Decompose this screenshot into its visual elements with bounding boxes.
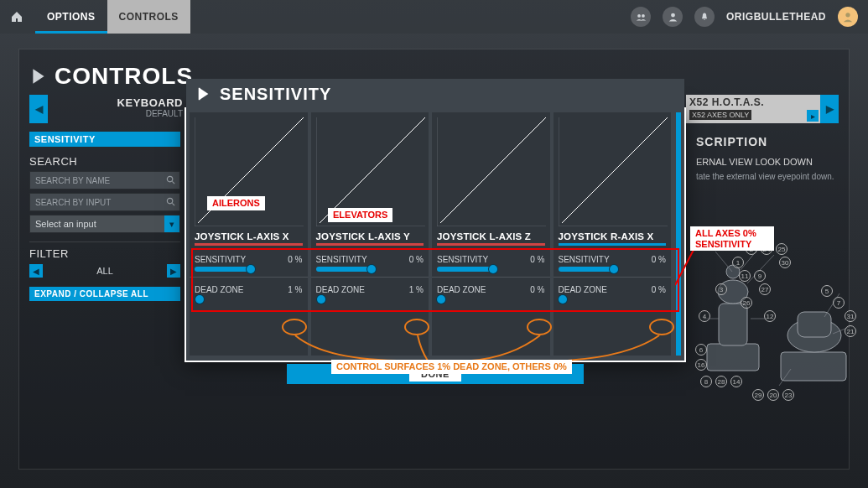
device-keyboard[interactable]: KEYBOARD DEFAULT (48, 95, 190, 123)
axis-card-3: JOYSTICK R-AXIS X SENSITIVITY0 % DEAD ZO… (554, 112, 672, 356)
slider-value: 0 % (409, 255, 424, 264)
filter-carousel: ◀ ALL ▶ (29, 263, 180, 278)
select-value: Select an input (35, 219, 96, 229)
slider-value: 1 % (409, 285, 424, 294)
svg-point-2 (671, 13, 675, 17)
device-sub: X52 AXES ONLY (689, 110, 751, 120)
sensitivity-modal: SENSITIVITY JOYSTICK L-AXIS X SENSITIVIT… (185, 107, 686, 362)
svg-line-28 (715, 252, 732, 272)
svg-point-6 (167, 198, 172, 203)
curve-graph (559, 117, 668, 226)
bell-icon[interactable] (694, 7, 715, 27)
device-hotas[interactable]: X52 H.O.T.A.S. X52 AXES ONLY ▸ (686, 95, 820, 123)
svg-line-19 (562, 117, 668, 223)
modal-title-bar: SENSITIVITY (186, 79, 684, 109)
slider-label: SENSITIVITY (316, 255, 367, 264)
deadzone-slider[interactable]: DEAD ZONE0 % (437, 285, 545, 302)
deadzone-slider[interactable]: DEAD ZONE1 % (195, 285, 303, 302)
filter-value: ALL (43, 266, 167, 276)
chevron-down-icon: ▾ (164, 215, 179, 232)
svg-point-4 (167, 176, 172, 181)
placeholder: SEARCH BY NAME (35, 176, 110, 185)
home-icon[interactable] (10, 10, 23, 23)
joystick-diagram: 2 24 25 1 30 11 9 3 27 26 4 12 6 16 8 28… (699, 235, 858, 402)
sensitivity-slider[interactable]: SENSITIVITY0 % (316, 255, 424, 272)
filter-next[interactable]: ▶ (167, 264, 180, 278)
axis-name: JOYSTICK L-AXIS Z (437, 231, 545, 246)
deadzone-slider[interactable]: DEAD ZONE0 % (559, 285, 667, 302)
slider-label: DEAD ZONE (559, 285, 607, 294)
annotation-ailerons: AILERONS (207, 196, 265, 210)
filter-prev[interactable]: ◀ (29, 264, 43, 278)
description-header: SCRIPTION (696, 135, 839, 148)
avatar[interactable] (838, 7, 858, 27)
slider-value: 0 % (652, 285, 666, 294)
slider-label: DEAD ZONE (437, 285, 486, 294)
expand-collapse-button[interactable]: EXPAND / COLLAPSE ALL (29, 287, 180, 301)
modal-scrollbar[interactable] (676, 112, 681, 356)
device-next[interactable]: ▶ (820, 95, 839, 123)
sensitivity-slider[interactable]: SENSITIVITY0 % (195, 255, 303, 272)
slider-label: SENSITIVITY (559, 255, 610, 264)
description-title: ERNAL VIEW LOOK DOWN (696, 157, 839, 167)
profile-icon[interactable] (663, 7, 683, 27)
device-sub: DEFAULT (48, 109, 183, 118)
slider-value: 0 % (652, 255, 666, 264)
axis-name: JOYSTICK L-AXIS X (195, 231, 303, 246)
slider-label: SENSITIVITY (195, 255, 246, 264)
svg-line-5 (172, 181, 174, 184)
slider-label: DEAD ZONE (316, 285, 365, 294)
chevron-right-icon[interactable]: ▸ (807, 110, 819, 122)
svg-line-7 (172, 203, 174, 205)
description-body: tate the external view eyepoint down. (696, 172, 839, 181)
search-label: SEARCH (29, 155, 180, 168)
tab-options[interactable]: OPTIONS (35, 0, 107, 34)
page-title-text: CONTROLS (55, 63, 193, 90)
topbar: OPTIONS CONTROLS ORIGBULLETHEAD (0, 0, 868, 34)
topbar-right: ORIGBULLETHEAD (631, 7, 858, 27)
search-icon (166, 197, 175, 206)
slider-value: 0 % (530, 285, 544, 294)
annotation-elevators: ELEVATORS (328, 208, 392, 222)
placeholder: SEARCH BY INPUT (35, 198, 111, 207)
slider-value: 0 % (288, 255, 302, 264)
description-panel: SCRIPTION ERNAL VIEW LOOK DOWN tate the … (696, 132, 839, 181)
annotation-deadzone: CONTROL SURFACES 1% DEAD ZONE, OTHERS 0% (331, 360, 572, 374)
device-prev[interactable]: ◀ (29, 95, 48, 123)
friends-icon[interactable] (631, 7, 651, 27)
annotation-all-axes: ALL AXES 0% SENSITIVITY (690, 226, 774, 251)
sensitivity-slider[interactable]: SENSITIVITY0 % (559, 255, 667, 272)
svg-point-0 (637, 14, 641, 18)
search-name-input[interactable]: SEARCH BY NAME (29, 171, 180, 189)
modal-body: JOYSTICK L-AXIS X SENSITIVITY0 % DEAD ZO… (190, 112, 681, 356)
filter-label: FILTER (29, 247, 180, 260)
sensitivity-slider[interactable]: SENSITIVITY0 % (437, 255, 545, 272)
svg-point-1 (642, 14, 645, 18)
slider-label: SENSITIVITY (437, 255, 488, 264)
device-name: X52 H.O.T.A.S. (689, 96, 817, 108)
svg-rect-21 (707, 344, 759, 371)
svg-line-16 (440, 117, 546, 223)
device-name: KEYBOARD (48, 96, 183, 109)
svg-rect-27 (798, 312, 831, 337)
axis-card-0: JOYSTICK L-AXIS X SENSITIVITY0 % DEAD ZO… (190, 112, 308, 356)
axis-card-1: JOYSTICK L-AXIS Y SENSITIVITY0 % DEAD ZO… (311, 112, 429, 356)
username: ORIGBULLETHEAD (726, 11, 826, 23)
axis-name: JOYSTICK R-AXIS X (559, 231, 667, 246)
left-panel: SENSITIVITY SEARCH SEARCH BY NAME SEARCH… (29, 132, 180, 301)
curve-graph (437, 117, 546, 226)
select-input[interactable]: Select an input ▾ (29, 215, 180, 233)
slider-value: 1 % (288, 285, 302, 294)
slider-value: 0 % (530, 255, 544, 264)
svg-point-3 (845, 13, 850, 17)
search-icon (166, 175, 175, 184)
modal-title: SENSITIVITY (220, 85, 331, 104)
axis-card-2: JOYSTICK L-AXIS Z SENSITIVITY0 % DEAD ZO… (432, 112, 550, 356)
svg-rect-25 (781, 352, 846, 381)
search-input-input[interactable]: SEARCH BY INPUT (29, 193, 180, 211)
svg-rect-22 (719, 304, 747, 345)
axis-name: JOYSTICK L-AXIS Y (316, 231, 424, 246)
sensitivity-button[interactable]: SENSITIVITY (29, 132, 180, 147)
deadzone-slider[interactable]: DEAD ZONE1 % (316, 285, 424, 302)
tab-controls[interactable]: CONTROLS (107, 0, 190, 34)
